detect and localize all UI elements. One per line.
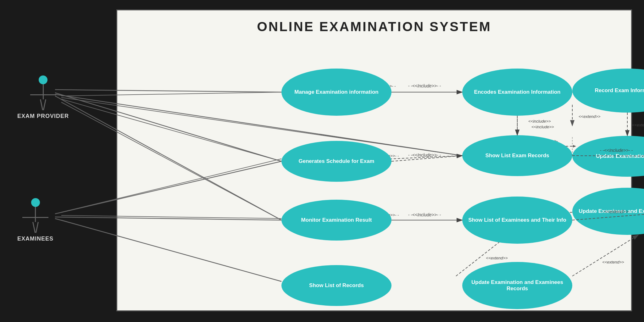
- actor-head-examinees: [31, 198, 40, 207]
- usecase-1[interactable]: Manage Examination information: [281, 69, 391, 116]
- usecase-7[interactable]: Show List of Examinees and Their Info: [462, 197, 572, 244]
- main-container: ONLINE EXAMINATION SYSTEM: [0, 0, 644, 322]
- usecase-2[interactable]: Generates Schedule for Exam: [281, 141, 391, 182]
- actor-body-examinees: [22, 207, 48, 233]
- actor-label-provider: EXAM PROVIDER: [17, 113, 69, 119]
- usecase-3[interactable]: Monitor Examination Result: [281, 200, 391, 241]
- svg-text:<<extend>>: <<extend>>: [632, 123, 644, 127]
- actor-exam-provider: EXAM PROVIDER: [17, 75, 69, 119]
- actor-head-provider: [39, 75, 47, 84]
- diagram-title: ONLINE EXAMINATION SYSTEM: [117, 10, 631, 37]
- usecase-4[interactable]: Show List of Records: [281, 265, 391, 306]
- usecase-5[interactable]: Encodes Examination Information: [462, 69, 572, 116]
- usecase-8[interactable]: Update Examination and Examinees Records: [462, 262, 572, 309]
- actor-label-examinees: EXAMINEES: [17, 236, 53, 242]
- actor-examinees: EXAMINEES: [17, 198, 53, 242]
- actor-body-provider: [30, 84, 56, 110]
- usecase-6[interactable]: Show List Exam Records: [462, 135, 572, 176]
